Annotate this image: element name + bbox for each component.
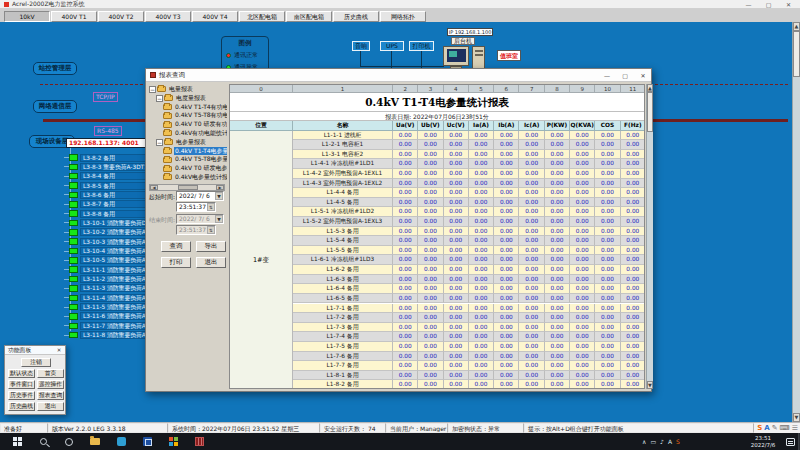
folder-icon (163, 122, 172, 128)
tree-item[interactable]: 0.4kV T5-T8有功电能统计 (149, 111, 227, 120)
query-button[interactable]: 查询 (161, 241, 191, 252)
app-tiles-icon[interactable] (162, 436, 184, 447)
tree-item[interactable]: 0.4kV有功电能统计报表 (149, 129, 227, 138)
tree-item[interactable]: 0.4kV T5-T8电参量统计 (149, 155, 227, 164)
device-row[interactable]: L3-11-6 消防重要负荷A- (64, 312, 156, 321)
tree-item[interactable]: −电量报表 (149, 85, 227, 94)
scroll-right-icon[interactable]: ▶ (216, 185, 224, 190)
report-query-button[interactable]: 报表查询 (37, 391, 64, 400)
scroll-left-icon[interactable]: ◀ (150, 185, 158, 190)
cortana-icon[interactable] (58, 436, 80, 447)
hidden-icons-chevron[interactable]: ∧ (642, 438, 646, 445)
start-icon[interactable] (6, 436, 28, 447)
tab-10kV[interactable]: 10kV (4, 11, 50, 22)
app-blue-icon[interactable] (136, 436, 158, 447)
device-row[interactable]: L3-10-4 消防重要负荷A- (64, 247, 156, 256)
device-row[interactable]: L3-11-5 消防重要负荷A- (64, 303, 156, 312)
event-window-button[interactable]: 事件窗口 (8, 380, 35, 389)
main-scrollbar-thumb[interactable] (793, 31, 800, 77)
device-row[interactable]: L3-8-5 备用 (64, 181, 156, 190)
device-row[interactable]: L3-8-4 备用 (64, 172, 156, 181)
search-icon[interactable] (32, 436, 54, 447)
device-row[interactable]: L3-10-5 消防重要负荷A- (64, 256, 156, 265)
print-button[interactable]: 打印 (161, 257, 191, 268)
device-row[interactable]: L3-11-1 消防重要负荷A- (64, 265, 156, 274)
history-curves-button[interactable]: 历史曲线 (8, 402, 35, 411)
device-row[interactable]: L3-11-4 消防重要负荷A- (64, 293, 156, 302)
table-scrollbar-thumb[interactable] (647, 92, 653, 132)
start-date-select[interactable]: 2022/ 7/ 6▼ (176, 191, 224, 201)
device-row[interactable]: L3-10-3 消防重要负荷A- (64, 237, 156, 246)
device-row[interactable]: L3-8-3 重要负荷A-3DT1 (64, 162, 156, 171)
pen-icon[interactable]: ✎ (772, 424, 778, 433)
dropdown-icon[interactable]: ▼ (215, 192, 223, 200)
quit-button[interactable]: 退出 (37, 402, 64, 411)
device-row[interactable]: L3-8-7 备用 (64, 200, 156, 209)
tree-hscrollbar[interactable]: ◀ ▶ (149, 184, 225, 191)
function-panel-close-icon[interactable]: ✕ (54, 346, 64, 355)
spinner-icon[interactable]: ⇅ (207, 203, 215, 211)
keyboard-icon[interactable]: ⌨ (780, 424, 790, 433)
minimize-icon[interactable]: — (740, 0, 757, 9)
device-row[interactable]: L3-10-1 消防重要负荷DCS-A (64, 218, 156, 227)
tab-400V T2[interactable]: 400V T2 (98, 11, 144, 22)
tab-历史曲线[interactable]: 历史曲线 (333, 11, 379, 22)
default-state-button[interactable]: 默认状态 (8, 369, 35, 378)
exit-button[interactable]: 退出 (196, 257, 226, 268)
device-row[interactable]: L3-8-2 备用 (64, 153, 156, 162)
taskbar-clock[interactable]: 23:51 2022/7/6 (744, 435, 782, 448)
dialog-maximize-icon[interactable]: ▢ (617, 70, 633, 81)
close-icon[interactable]: ✕ (780, 0, 797, 9)
tree-item[interactable]: −电参量报表 (149, 138, 227, 147)
tree-item[interactable]: 0.4kV T0 研发有功电能统计 (149, 120, 227, 129)
device-row[interactable]: L3-8-8 备用 (64, 209, 156, 218)
file-explorer-icon[interactable] (84, 436, 106, 447)
tree-item[interactable]: 0.4kV T1-T4有功电能统计 (149, 103, 227, 112)
scroll-up-icon[interactable]: ▲ (647, 84, 653, 92)
start-time-spinner[interactable]: 23:51:37⇅ (176, 202, 216, 212)
device-row[interactable]: L3-8-6 备用 (64, 190, 156, 199)
speaker-icon[interactable]: ♪ (660, 438, 664, 445)
tab-400V T4[interactable]: 400V T4 (192, 11, 238, 22)
table-scrollbar[interactable]: ▲ ▼ (646, 84, 653, 389)
dialog-minimize-icon[interactable]: — (599, 70, 615, 81)
tree-item[interactable]: 0.4kV T0 研发电参量统计 (149, 164, 227, 173)
tab-400V T1[interactable]: 400V T1 (51, 11, 97, 22)
logout-button[interactable]: 注销 (21, 358, 51, 367)
scroll-down-icon[interactable]: ▼ (647, 381, 653, 389)
tree-item[interactable]: 0.4kV电参量统计报表 (149, 173, 227, 182)
ime-lang-icon[interactable]: A (668, 438, 672, 445)
tab-网络拓扑[interactable]: 网络拓扑 (380, 11, 426, 22)
app-red-icon[interactable] (188, 436, 210, 447)
maximize-icon[interactable]: ▢ (760, 0, 777, 9)
device-row[interactable]: L3-11-2 消防重要负荷A- (64, 275, 156, 284)
device-row[interactable]: L3-11-3 消防重要负荷A- (64, 284, 156, 293)
ime-mode-icon[interactable]: A (764, 424, 769, 433)
sogou-tray-icon[interactable]: S (676, 438, 680, 445)
app-chat-icon[interactable] (110, 436, 132, 447)
home-button[interactable]: 首页 (37, 369, 64, 378)
export-button[interactable]: 导出 (196, 241, 226, 252)
device-row[interactable]: L3-10-2 消防重要负荷A- (64, 228, 156, 237)
history-events-button[interactable]: 历史事件 (8, 391, 35, 400)
tab-北区配电箱[interactable]: 北区配电箱 (239, 11, 285, 22)
tree-item[interactable]: −电度量报表 (149, 94, 227, 103)
tab-南区配电箱[interactable]: 南区配电箱 (286, 11, 332, 22)
tree-item[interactable]: 0.4kV T1-T4电参量统计 (149, 147, 227, 156)
sogou-logo-icon[interactable]: S (757, 424, 762, 433)
touch-keyboard-icon[interactable]: ▭ (650, 438, 656, 445)
dialog-close-icon[interactable]: ✕ (635, 70, 651, 81)
tree-expander-icon[interactable]: − (156, 139, 163, 146)
toolbox-icon[interactable]: ☰ (792, 424, 798, 433)
tree-expander-icon[interactable]: − (156, 95, 163, 102)
scroll-up-icon[interactable]: ▲ (793, 22, 800, 31)
main-scrollbar[interactable]: ▲ ▼ (792, 22, 800, 422)
tree-expander-icon[interactable]: − (149, 86, 156, 93)
remote-control-button[interactable]: 遥控操作 (37, 380, 64, 389)
action-center-icon[interactable] (786, 438, 795, 446)
tab-400V T3[interactable]: 400V T3 (145, 11, 191, 22)
device-row[interactable]: L3-11-7 消防重要负荷A- (64, 321, 156, 330)
tree-hscrollbar-thumb[interactable] (178, 185, 198, 190)
device-row[interactable]: L3-11-8 消防重要负荷A- (64, 331, 156, 340)
scroll-down-icon[interactable]: ▼ (793, 413, 800, 422)
